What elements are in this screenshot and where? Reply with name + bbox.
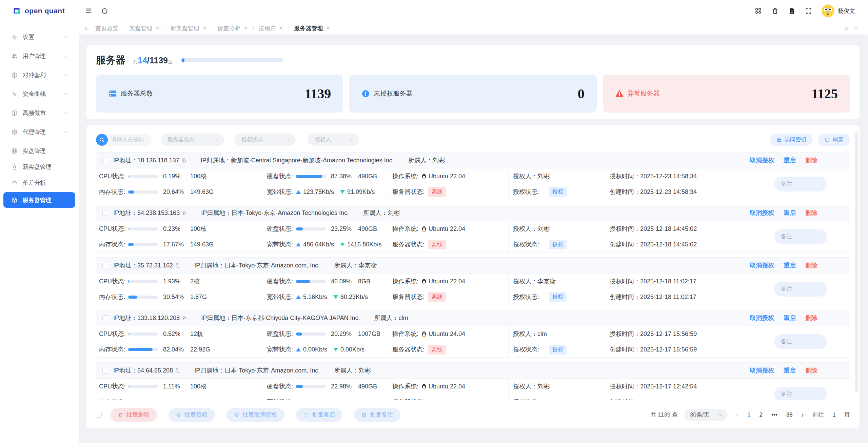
user-menu[interactable]: 杨俊文 [822, 4, 855, 17]
batch-reboot-button[interactable]: 批量重启 [296, 408, 342, 422]
cube-icon [11, 197, 18, 203]
remark-input[interactable] [774, 387, 827, 400]
os-field: 操作系统: Ubuntu 22.04 [392, 379, 508, 394]
app-logo[interactable]: open quant [0, 6, 79, 16]
server-list-card: 服务器状态 授权状态 授权人 访问密钥 刷新 [86, 125, 860, 428]
revoke-auth-link[interactable]: 取消授权 [750, 261, 774, 269]
tab-close-icon[interactable]: ✕ [326, 25, 330, 31]
disk-status: 硬盘状态: 46.09% 8GB [267, 274, 390, 289]
delete-link[interactable]: 删除 [805, 209, 817, 217]
sidebar-item-hedge-arbitrage[interactable]: 对冲套利 [0, 68, 79, 81]
revoke-auth-link[interactable]: 取消授权 [750, 366, 774, 375]
auth-status-field: 授权状态: 授权 [513, 289, 605, 305]
row-checkbox[interactable] [102, 368, 108, 374]
remark-input[interactable] [774, 177, 827, 192]
batch-authorize-button[interactable]: 批量授权 [169, 408, 215, 422]
remark-input[interactable] [774, 334, 827, 349]
delete-link[interactable]: 删除 [805, 366, 817, 375]
tab-close-icon[interactable]: ✕ [279, 25, 283, 31]
reload-icon[interactable] [101, 7, 108, 15]
sidebar-item-spread-analysis[interactable]: 价差分析 [0, 176, 79, 189]
access-key-button[interactable]: 访问密钥 [770, 134, 813, 146]
chevron-down-icon [215, 138, 219, 142]
sidebar-item-agent-management[interactable]: 代理管理 [0, 125, 79, 138]
list-scrollbar[interactable] [855, 132, 858, 392]
copy-icon[interactable] [175, 368, 180, 373]
search-icon[interactable] [96, 134, 108, 146]
select-all-checkbox[interactable] [96, 412, 102, 418]
sidebar-item-hf-market-making[interactable]: 高频做市 [0, 106, 79, 119]
copy-icon[interactable] [175, 263, 180, 268]
goto-page-input[interactable] [827, 409, 841, 420]
server-status-select[interactable]: 服务器状态 [161, 134, 224, 146]
reboot-link[interactable]: 重启 [784, 314, 796, 322]
search-input[interactable] [102, 134, 152, 146]
auth-user-select[interactable]: 授权人 [308, 134, 359, 146]
reboot-link[interactable]: 重启 [784, 261, 796, 269]
tabs-scroll-right-icon[interactable]: » [844, 24, 848, 32]
tab-live-trading[interactable]: 实盘管理✕ [124, 22, 165, 35]
page-number-1[interactable]: 1 [747, 411, 750, 418]
revoke-auth-link[interactable]: 取消授权 [750, 209, 774, 217]
row-checkbox[interactable] [102, 158, 108, 163]
reboot-link[interactable]: 重启 [784, 209, 796, 217]
delete-link[interactable]: 删除 [805, 261, 817, 269]
apps-grid-icon[interactable] [754, 7, 762, 15]
brand-name: open quant [25, 7, 65, 15]
tabs-menu-chevron-icon[interactable] [853, 26, 859, 31]
sidebar-item-new-live-trading[interactable]: 新实盘管理 [0, 160, 79, 173]
disk-status: 硬盘状态: 22.98% 490GB [267, 379, 390, 394]
row-checkbox[interactable] [102, 210, 108, 216]
row-checkbox[interactable] [102, 263, 108, 268]
copy-icon[interactable] [182, 210, 187, 216]
server-icon [108, 89, 117, 98]
batch-revoke-button[interactable]: 批量取消授权 [226, 408, 284, 422]
batch-remark-button[interactable]: 批量备注 [354, 408, 400, 422]
sidebar-item-user-management[interactable]: 用户管理 [0, 49, 79, 62]
pagination: 共 1139 条 30条/页 ‹ 1 2 ••• 38 › 前往 页 [651, 409, 850, 421]
refresh-button[interactable]: 刷新 [818, 134, 850, 146]
tab-server-management[interactable]: 服务器管理✕ [289, 22, 336, 35]
tab-close-icon[interactable]: ✕ [243, 25, 248, 31]
page-size-select[interactable]: 30条/页 [684, 409, 728, 421]
reboot-link[interactable]: 重启 [784, 156, 796, 164]
tab-new-live-trading[interactable]: 新实盘管理✕ [165, 22, 212, 35]
revoke-auth-link[interactable]: 取消授权 [750, 314, 774, 322]
revoke-auth-link[interactable]: 取消授权 [750, 156, 774, 164]
copy-icon[interactable] [182, 316, 187, 321]
delete-link[interactable]: 删除 [805, 314, 817, 322]
remark-input[interactable] [774, 229, 827, 244]
auth-status-badge: 授权 [549, 187, 567, 197]
server-status-badge: 离线 [428, 292, 446, 302]
next-page-icon[interactable]: › [802, 411, 804, 419]
create-time-field: 创建时间： 2025-12-23 14:58:34 [610, 184, 751, 200]
copy-icon[interactable] [181, 158, 186, 163]
reboot-link[interactable]: 重启 [784, 366, 796, 375]
collapse-menu-icon[interactable] [85, 7, 92, 15]
fullscreen-icon[interactable] [805, 7, 812, 15]
row-checkbox[interactable] [102, 315, 108, 321]
trash-icon[interactable] [771, 7, 779, 15]
download-icon [333, 348, 338, 351]
sidebar-item-settings[interactable]: 设置 [0, 31, 79, 43]
page-number-38[interactable]: 38 [786, 411, 793, 418]
tab-close-icon[interactable]: ✕ [155, 25, 160, 31]
batch-delete-button[interactable]: 批量删除 [111, 408, 157, 422]
memory-progress-bar [128, 243, 158, 246]
tab-close-icon[interactable]: ✕ [202, 25, 207, 31]
prev-page-icon[interactable]: ‹ [736, 411, 738, 419]
tab-home[interactable]: 首页总览 [90, 22, 124, 35]
auth-status-select[interactable]: 授权状态 [235, 134, 296, 146]
sidebar-item-live-trading[interactable]: 实盘管理 [0, 144, 79, 157]
page-number-2[interactable]: 2 [759, 411, 762, 418]
tabs-scroll-left-icon[interactable]: « [79, 24, 90, 32]
remark-input[interactable] [774, 282, 827, 297]
sidebar-item-equity-curve[interactable]: 资金曲线 [0, 87, 79, 100]
document-icon[interactable] [788, 7, 795, 15]
tab-spread-analysis[interactable]: 价差分析✕ [212, 22, 253, 35]
server-status-badge: 离线 [428, 240, 446, 249]
tab-by-user[interactable]: 按用户✕ [253, 22, 289, 35]
sidebar-item-server-management[interactable]: 服务器管理 [3, 192, 75, 208]
delete-link[interactable]: 删除 [805, 156, 817, 164]
page-ellipsis[interactable]: ••• [771, 411, 777, 418]
